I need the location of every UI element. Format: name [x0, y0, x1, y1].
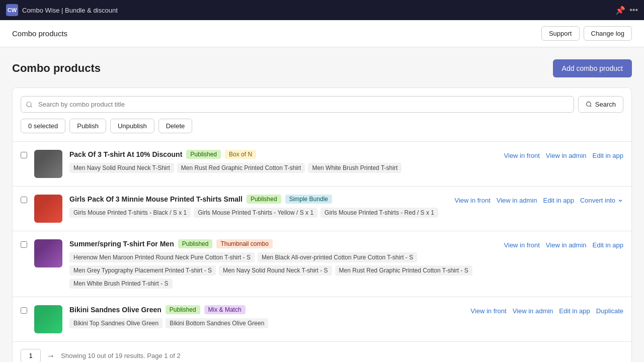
nav-left: CW Combo Wise | Bundle & discount — [6, 4, 118, 16]
product-actions: View in frontView in adminEdit in app Du… — [470, 305, 623, 315]
support-button[interactable]: Support — [541, 26, 580, 41]
status-badge: Published — [186, 150, 221, 159]
product-info: Bikini Sandnes Olive Green Published Mix… — [69, 305, 463, 328]
product-tag: Girls Mouse Printed T-shirts - Red / S x… — [320, 208, 438, 218]
product-tag: Bikini Top Sandnes Olive Green — [69, 318, 163, 328]
pagination: 1 → Showing 10 out of 19 results. Page 1… — [13, 341, 631, 362]
search-input[interactable] — [21, 96, 574, 113]
next-page-button[interactable]: → — [47, 351, 55, 360]
product-tags: Girls Mouse Printed T-shirts - Black / S… — [69, 208, 447, 218]
product-tag: Bikini Bottom Sandnes Olive Green — [166, 318, 268, 328]
product-image — [34, 305, 62, 333]
unpublish-button[interactable]: Unpublish — [110, 119, 154, 133]
search-btn-icon — [586, 101, 592, 108]
pin-icon[interactable]: 📌 — [615, 6, 625, 15]
bulk-actions-row: 0 selected Publish Unpublish Delete — [21, 119, 623, 133]
product-tags: Herenow Men Maroon Printed Round Neck Pu… — [69, 252, 497, 289]
page-header: Combo products Support Change log — [0, 20, 644, 47]
product-info: Pack Of 3 T-shirt At 10% Discount Publis… — [69, 150, 497, 173]
product-name: Girls Pack Of 3 Minnie Mouse Printed T-s… — [69, 195, 243, 203]
product-image — [34, 195, 62, 223]
product-actions: View in frontView in adminEdit in app — [504, 239, 623, 249]
top-nav: CW Combo Wise | Bundle & discount 📌 ••• — [0, 0, 644, 20]
product-tags: Bikini Top Sandnes Olive GreenBikini Bot… — [69, 318, 463, 328]
view-in-front-link[interactable]: View in front — [504, 152, 540, 159]
product-tag: Men Navy Solid Round Neck T-Shirt — [69, 163, 174, 173]
svg-line-1 — [31, 106, 32, 107]
view-in-admin-link[interactable]: View in admin — [513, 307, 553, 315]
product-tag: Herenow Men Maroon Printed Round Neck Pu… — [69, 252, 255, 262]
svg-line-3 — [590, 106, 591, 107]
selected-count: 0 selected — [21, 119, 65, 133]
product-tags: Men Navy Solid Round Neck T-ShirtMen Rus… — [69, 163, 497, 173]
edit-in-app-link[interactable]: Edit in app — [543, 197, 574, 204]
row-checkbox-3[interactable] — [21, 307, 27, 314]
main-content: Combo products Add combo product Search … — [0, 47, 644, 362]
product-name: Bikini Sandnes Olive Green — [69, 306, 162, 314]
status-badge: Published — [247, 195, 281, 204]
product-tag: Men Navy Solid Round Neck T-shirt - S — [219, 265, 332, 276]
view-in-front-link[interactable]: View in front — [504, 241, 540, 249]
pagination-info: Showing 10 out of 19 results. Page 1 of … — [61, 352, 181, 359]
product-actions: View in frontView in adminEdit in app — [504, 150, 623, 159]
nav-right: 📌 ••• — [615, 6, 638, 15]
filter-bar: Search 0 selected Publish Unpublish Dele… — [13, 88, 631, 142]
product-tag: Men White Brush Printed T-shirt — [308, 163, 401, 173]
status-badge: Published — [178, 239, 213, 248]
product-list: Pack Of 3 T-shirt At 10% Discount Publis… — [13, 142, 631, 341]
product-name-row: Pack Of 3 T-shirt At 10% Discount Publis… — [69, 150, 497, 159]
table-row: Pack Of 3 T-shirt At 10% Discount Publis… — [13, 142, 631, 187]
svg-point-0 — [27, 102, 31, 106]
status-badge: Published — [166, 305, 200, 314]
view-in-admin-link[interactable]: View in admin — [546, 152, 587, 159]
more-icon[interactable]: ••• — [629, 6, 638, 15]
page-input[interactable]: 1 — [21, 349, 41, 362]
row-checkbox-2[interactable] — [21, 241, 27, 248]
product-tag: Girls Mouse Printed T-shirts - Black / S… — [69, 208, 191, 218]
type-badge: Mix & Match — [204, 305, 246, 314]
publish-button[interactable]: Publish — [69, 119, 106, 133]
search-input-wrap — [21, 96, 574, 113]
add-combo-product-button[interactable]: Add combo product — [553, 59, 632, 77]
edit-in-app-link[interactable]: Edit in app — [593, 152, 623, 159]
product-name-row: Bikini Sandnes Olive Green Published Mix… — [69, 305, 463, 314]
convert-into-button[interactable]: Convert into — [580, 197, 623, 204]
product-tag: Men Black All-over-printed Cotton Pure C… — [258, 252, 417, 262]
row-checkbox-1[interactable] — [21, 197, 27, 203]
search-row: Search — [21, 96, 623, 113]
app-title: Combo Wise | Bundle & discount — [22, 7, 118, 14]
search-icon — [26, 101, 33, 108]
view-in-front-link[interactable]: View in front — [454, 197, 490, 204]
product-name: Summer/spring T-shirt For Men — [69, 240, 174, 248]
product-tag: Men Rust Red Graphic Printed Cotton T-sh… — [335, 265, 472, 276]
product-image — [34, 150, 62, 178]
search-button[interactable]: Search — [578, 96, 623, 113]
header-buttons: Support Change log — [541, 26, 632, 41]
view-in-admin-link[interactable]: View in admin — [546, 241, 587, 249]
chevron-down-icon — [617, 198, 623, 204]
products-card: Search 0 selected Publish Unpublish Dele… — [12, 87, 632, 362]
changelog-button[interactable]: Change log — [584, 26, 632, 41]
table-row: Bikini Sandnes Olive Green Published Mix… — [13, 297, 631, 341]
row-checkbox-0[interactable] — [21, 152, 27, 158]
table-row: Summer/spring T-shirt For Men Published … — [13, 231, 631, 297]
edit-in-app-link[interactable]: Edit in app — [593, 241, 623, 249]
edit-in-app-link[interactable]: Edit in app — [559, 307, 590, 315]
view-in-admin-link[interactable]: View in admin — [497, 197, 537, 204]
product-tag: Men Grey Typography Placement Printed T-… — [69, 265, 216, 276]
product-actions: View in frontView in adminEdit in app Co… — [454, 195, 623, 204]
product-name-row: Girls Pack Of 3 Minnie Mouse Printed T-s… — [69, 195, 447, 204]
table-row: Girls Pack Of 3 Minnie Mouse Printed T-s… — [13, 187, 631, 231]
delete-button[interactable]: Delete — [158, 119, 193, 133]
view-in-front-link[interactable]: View in front — [470, 307, 506, 315]
product-tag: Men Rust Red Graphic Printed Cotton T-sh… — [177, 163, 305, 173]
svg-point-2 — [586, 102, 591, 107]
app-icon: CW — [6, 4, 18, 16]
type-badge: Simple Bundle — [285, 195, 332, 204]
product-name-row: Summer/spring T-shirt For Men Published … — [69, 239, 497, 248]
product-image — [34, 239, 62, 267]
type-badge: Box of N — [225, 150, 256, 159]
type-badge: Thumbnail combo — [216, 239, 272, 248]
product-info: Summer/spring T-shirt For Men Published … — [69, 239, 497, 289]
duplicate-button[interactable]: Duplicate — [596, 307, 623, 315]
